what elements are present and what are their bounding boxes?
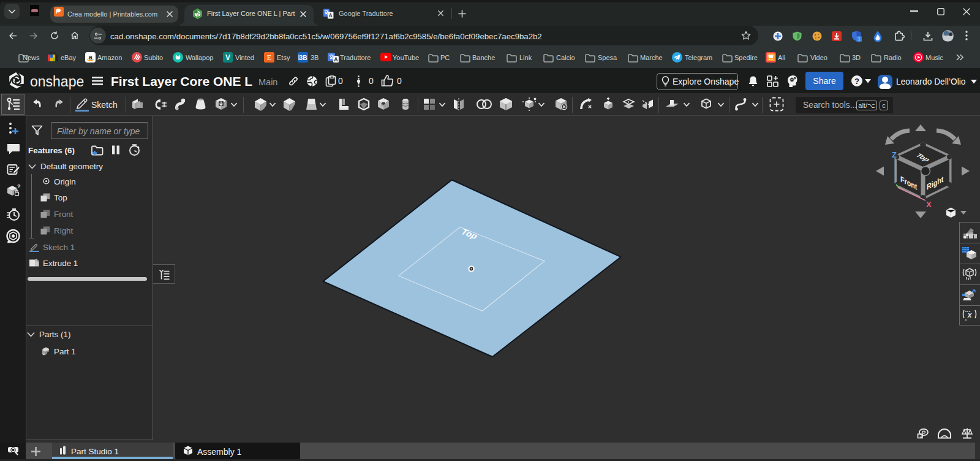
svg-text:X: X	[926, 200, 932, 209]
svg-text:Z: Z	[892, 150, 897, 159]
svg-text:x: x	[967, 311, 973, 319]
